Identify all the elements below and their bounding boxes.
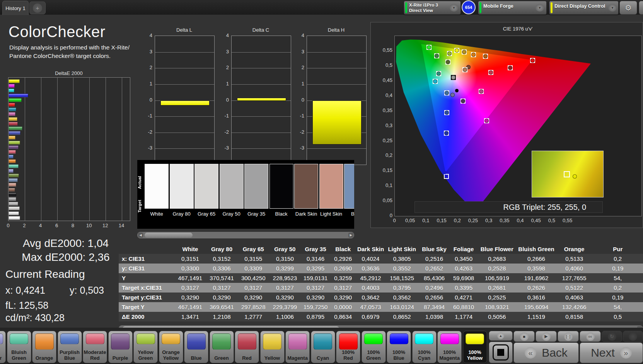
strip-swatch-label: White <box>145 211 169 217</box>
strip-scrollbar[interactable]: ◀ ▶ <box>137 232 354 238</box>
meter-dropdown[interactable]: X-Rite i1Pro 3 Direct View ▼ <box>404 1 461 15</box>
delta-y-tick: 0 <box>293 97 304 103</box>
next-button[interactable]: Next » <box>580 342 643 363</box>
patch-button-100-yellow[interactable]: 100%Yellow <box>463 331 487 363</box>
table-cell: 45,2912 <box>356 273 385 283</box>
patch-button-purplish-blue[interactable]: PurplishBlue <box>58 331 82 363</box>
gridline <box>155 116 214 117</box>
table-row-label: Y <box>119 273 174 283</box>
max-de2000: Max dE2000: 2,36 <box>0 251 131 264</box>
table-cell: 0,2525 <box>477 293 517 302</box>
table-cell: 0,19 <box>593 293 643 302</box>
patch-button-cyan[interactable]: Cyan <box>311 331 335 363</box>
table-cell: 0,3795 <box>385 283 418 293</box>
patch-button-blue[interactable]: Blue <box>184 331 208 363</box>
table-cell: 159,7250 <box>301 302 331 312</box>
table-header-cell: Gray 65 <box>237 244 269 254</box>
patch-button-label: Orange <box>32 355 56 361</box>
patch-button-blue-flower[interactable]: BlueFlower <box>0 331 6 363</box>
de2000-bar <box>9 155 14 158</box>
table-cell: 0,3552 <box>385 264 418 273</box>
de2000-x-tick: 10 <box>85 223 93 228</box>
play-button[interactable]: ▶ <box>536 331 557 342</box>
patch-button-100red[interactable]: 100% Red <box>336 331 360 363</box>
continuous-read-button[interactable]: ∞ <box>580 331 601 342</box>
patch-button-swatch <box>415 333 433 344</box>
back-button[interactable]: « Back <box>513 342 579 363</box>
tab-history-1[interactable]: History 1 <box>2 1 29 15</box>
cie-measured-circle <box>447 51 452 56</box>
patch-button-label: OrangeYellow <box>159 349 183 361</box>
inset-measured-circle <box>573 174 577 179</box>
patch-button-red[interactable]: Red <box>235 331 259 363</box>
table-cell: 85,4306 <box>418 273 450 283</box>
patch-button-magenta[interactable]: Magenta <box>285 331 310 363</box>
de2000-chart-title: DeltaE 2000 <box>8 70 130 76</box>
cie-measured-circle <box>484 119 489 123</box>
patch-list-up-button[interactable]: ▲ <box>489 331 513 341</box>
patch-button-yellow-green[interactable]: YellowGreen <box>133 331 158 363</box>
cie-x-tick: 0,05 <box>404 218 417 223</box>
settings-button[interactable]: ⚙ <box>619 1 637 15</box>
pattern-window-button[interactable] <box>489 342 513 363</box>
delta-y-tick: -3 <box>218 145 229 151</box>
collapse-panel-button[interactable]: ◀ <box>639 1 643 15</box>
add-tab-button[interactable]: + <box>29 2 46 14</box>
table-cell: 0,8158 <box>556 312 593 321</box>
de2000-bar <box>9 136 15 139</box>
table-cell: 0,2496 <box>418 283 450 293</box>
play-icon: ▶ <box>542 332 551 341</box>
patch-button-100-green[interactable]: 100%Green <box>362 331 386 363</box>
meter-line1: X-Rite i1Pro 3 <box>409 2 438 8</box>
patch-button-swatch <box>339 333 358 350</box>
table-cell: 1,2777 <box>237 312 269 321</box>
patch-button-label: ModerateRed <box>83 349 107 361</box>
page-description-line1: Display analysis is performed with the X… <box>9 43 137 52</box>
table-header-cell: Orange <box>556 244 593 254</box>
source-status-strip <box>479 2 481 13</box>
rgb-triplet-label: RGB Triplet: 255, 255, 0 <box>414 201 603 213</box>
meter-count-badge[interactable]: 654 <box>462 0 476 14</box>
gridline <box>155 68 214 68</box>
cie-chart-title: CIE 1976 u'v' <box>394 26 641 32</box>
cie-x-tick: 0 <box>388 218 401 223</box>
patch-button-bluish-green[interactable]: BluishGreen <box>7 331 31 363</box>
patch-button-moderate-red[interactable]: ModerateRed <box>83 331 107 363</box>
patch-button-purple[interactable]: Purple <box>108 331 133 363</box>
table-row-label: Target Y <box>119 302 174 312</box>
gridline <box>232 68 291 68</box>
de2000-bar <box>9 197 16 201</box>
patch-button-label: Purple <box>109 355 132 361</box>
delta-y-tick: 0 <box>142 97 152 103</box>
patch-button-100-magenta[interactable]: 100%Magenta <box>437 331 462 363</box>
gridline <box>57 78 58 221</box>
patch-button-label: BlueFlower <box>0 349 5 361</box>
scroll-left-icon[interactable]: ◀ <box>138 233 143 238</box>
patch-button-orange[interactable]: Orange <box>32 331 56 363</box>
table-cell: 0,3259 <box>330 273 356 283</box>
patch-button-yellow[interactable]: Yellow <box>260 331 285 363</box>
refresh-button[interactable]: ↻ <box>602 331 622 342</box>
source-dropdown[interactable]: Mobile Forge ▼ <box>478 1 547 15</box>
table-cell: 0,3306 <box>206 264 238 273</box>
extra-button[interactable] <box>623 331 643 342</box>
de2000-bar <box>9 122 18 126</box>
patch-button-100-blue[interactable]: 100%Blue <box>387 331 411 363</box>
workflow-dropdown[interactable]: Direct Display Control ▼ <box>549 1 619 15</box>
table-cell: 467,1491 <box>174 302 206 312</box>
table-cell: 0,3290 <box>206 293 238 302</box>
de2000-bar <box>9 131 20 135</box>
workflow-status-strip <box>551 2 553 13</box>
patch-button-100-cyan[interactable]: 100%Cyan <box>412 331 437 363</box>
delta-y-tick: -1 <box>218 113 229 119</box>
patch-button-orange-yellow[interactable]: OrangeYellow <box>159 331 183 363</box>
delta-y-tick: 4 <box>218 32 229 38</box>
strip-scrollbar-thumb[interactable] <box>145 233 193 238</box>
scroll-right-icon[interactable]: ▶ <box>348 233 353 238</box>
current-x: x: 0,4241 <box>5 285 45 296</box>
stop-button[interactable]: ■ <box>513 331 535 342</box>
cie-measured-circle <box>461 99 465 103</box>
cie-x-tick: 0,15 <box>435 218 448 223</box>
single-read-button[interactable]: [··] <box>558 331 579 342</box>
patch-button-green[interactable]: Green <box>210 331 234 363</box>
